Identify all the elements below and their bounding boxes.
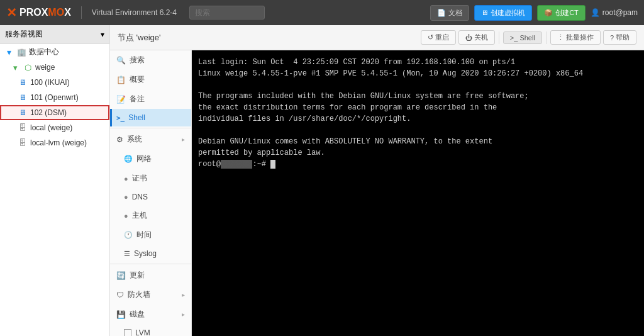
vm-100-icon: 🖥 [18, 77, 28, 87]
right-panel: 节点 'weige' ↺ 重启 ⏻ 关机 >_ Shell ⋮ [110, 25, 644, 336]
terminal-line-3 [198, 79, 638, 91]
terminal-area[interactable]: Last login: Sun Oct 4 23:25:09 CST 2020 … [192, 50, 644, 336]
nav-item-cert[interactable]: ● 证书 [110, 169, 191, 188]
node-header-title: 节点 'weige' [118, 32, 161, 43]
nav-notes-icon: 📝 [116, 95, 126, 104]
bulk-ops-icon: ⋮ [557, 33, 564, 42]
nav-summary-icon: 📋 [116, 76, 126, 84]
nav-lvm-icon [124, 329, 131, 336]
tree-item-node-weige[interactable]: ▾ ⬡ weige [0, 60, 109, 75]
logo-divider [81, 6, 82, 19]
terminal-line-2: Linux weige 5.4.55-1-pve #1 SMP PVE 5.4.… [198, 68, 638, 79]
nav-dns-icon: ● [124, 193, 128, 201]
node-header-bar: 节点 'weige' ↺ 重启 ⏻ 关机 >_ Shell ⋮ [110, 25, 644, 50]
nav-item-system[interactable]: ⚙ 系统 ▸ [110, 130, 191, 149]
action-divider-2 [546, 31, 547, 44]
tree-item-vm-101[interactable]: 🖥 101 (Openwrt) [0, 90, 109, 105]
terminal-line-4: The programs included with the Debian GN… [198, 91, 638, 102]
terminal-cursor [270, 160, 275, 169]
tree-container: ▾ 🏢 数据中心 ▾ ⬡ weige 🖥 100 (IKUAI) 🖥 101 (… [0, 44, 109, 336]
content-area: 🔍 搜索 📋 概要 📝 备注 >_ Shell ⚙ [110, 50, 644, 336]
terminal-line-prompt: root@░░░░░░░:~# [198, 159, 638, 170]
topbar-actions: 📄 文档 🖥 创建虚拟机 📦 创建CT 👤 root@pam [430, 5, 638, 21]
main-layout: 服务器视图 ▾ ▾ 🏢 数据中心 ▾ ⬡ weige 🖥 100 (IKUAI)… [0, 25, 644, 336]
nav-item-summary[interactable]: 📋 概要 [110, 70, 191, 89]
nav-item-dns[interactable]: ● DNS [110, 188, 191, 206]
nav-item-disk[interactable]: 💾 磁盘 ▸ [110, 305, 191, 324]
nav-divider-2 [110, 264, 191, 264]
nav-item-firewall[interactable]: 🛡 防火墙 ▸ [110, 285, 191, 305]
dc-folder-icon: 🏢 [16, 47, 26, 57]
create-vm-button[interactable]: 🖥 创建虚拟机 [474, 5, 532, 21]
terminal-line-6: individual files in /usr/share/doc/*/cop… [198, 113, 638, 125]
vm-102-label: 102 (DSM) [30, 108, 67, 117]
create-ct-icon: 📦 [544, 9, 553, 17]
docs-button[interactable]: 📄 文档 [430, 5, 469, 21]
nav-item-network[interactable]: 🌐 网络 [110, 149, 191, 169]
user-icon: 👤 [591, 8, 600, 17]
datacenter-icon: ▾ [4, 47, 14, 57]
shutdown-icon: ⏻ [465, 34, 472, 42]
nav-time-icon: 🕐 [124, 231, 133, 239]
nav-divider-1 [110, 128, 191, 128]
shutdown-button[interactable]: ⏻ 关机 [458, 30, 495, 45]
restart-icon: ↺ [428, 33, 433, 42]
terminal-line-7 [198, 125, 638, 136]
storage-lvm-icon: 🗄 [18, 138, 28, 148]
nav-item-shell[interactable]: >_ Shell [110, 109, 191, 126]
nav-item-notes[interactable]: 📝 备注 [110, 89, 191, 109]
nav-menu: 🔍 搜索 📋 概要 📝 备注 >_ Shell ⚙ [110, 50, 192, 336]
search-input[interactable] [189, 6, 265, 20]
action-divider [499, 31, 499, 44]
nav-disk-icon: 💾 [116, 310, 126, 319]
terminal-line-8: Debian GNU/Linux comes with ABSOLUTELY N… [198, 136, 638, 147]
create-vm-icon: 🖥 [481, 9, 488, 16]
nav-system-icon: ⚙ [116, 135, 123, 144]
terminal-line-1: Last login: Sun Oct 4 23:25:09 CST 2020 … [198, 57, 638, 68]
nav-item-syslog[interactable]: ☰ Syslog [110, 245, 191, 262]
system-expand-icon: ▸ [182, 136, 185, 143]
sidebar: 服务器视图 ▾ ▾ 🏢 数据中心 ▾ ⬡ weige 🖥 100 (IKUAI)… [0, 25, 110, 336]
nav-item-lvm[interactable]: LVM [110, 324, 191, 336]
terminal-line-9: permitted by applicable law. [198, 147, 638, 159]
nav-host-icon: ● [124, 212, 128, 220]
help-button[interactable]: ? 帮助 [603, 30, 636, 45]
node-action-buttons: ↺ 重启 ⏻ 关机 >_ Shell ⋮ 批量操作 ? [421, 30, 636, 45]
nav-network-icon: 🌐 [124, 155, 133, 163]
bulk-ops-button[interactable]: ⋮ 批量操作 [550, 30, 601, 45]
tree-item-vm-102[interactable]: 🖥 102 (DSM) [0, 105, 109, 120]
terminal-line-5: the exact distribution terms for each pr… [198, 102, 638, 113]
storage-local-icon: 🗄 [18, 123, 28, 133]
vm-101-icon: 🖥 [18, 92, 28, 103]
logo-text: PROXMOX [19, 7, 71, 18]
docs-icon: 📄 [437, 9, 446, 17]
vm-101-label: 101 (Openwrt) [30, 93, 79, 102]
sidebar-collapse-icon[interactable]: ▾ [101, 30, 104, 39]
tree-item-storage-lvm[interactable]: 🗄 local-lvm (weige) [0, 135, 109, 150]
create-ct-button[interactable]: 📦 创建CT [537, 5, 586, 21]
node-icon: ⬡ [23, 62, 33, 72]
sidebar-header: 服务器视图 ▾ [0, 25, 109, 44]
tree-item-storage-local[interactable]: 🗄 local (weige) [0, 120, 109, 135]
disk-expand-icon: ▸ [182, 311, 185, 318]
nav-cert-icon: ● [124, 175, 128, 182]
node-expand-icon: ▾ [10, 62, 20, 72]
shell-button[interactable]: >_ Shell [503, 31, 542, 44]
sidebar-header-label: 服务器视图 [5, 29, 43, 40]
datacenter-label: 数据中心 [29, 47, 59, 57]
nav-item-time[interactable]: 🕐 时间 [110, 225, 191, 245]
nav-item-update[interactable]: 🔄 更新 [110, 266, 191, 285]
nav-item-host[interactable]: ● 主机 [110, 206, 191, 225]
logo-x: ✕ [6, 5, 17, 20]
nav-update-icon: 🔄 [116, 271, 126, 280]
nav-search-icon: 🔍 [116, 56, 126, 65]
nav-item-search[interactable]: 🔍 搜索 [110, 50, 191, 70]
app-subtitle: Virtual Environment 6.2-4 [92, 8, 177, 17]
tree-item-vm-100[interactable]: 🖥 100 (IKUAI) [0, 75, 109, 90]
topbar: ✕ PROXMOX Virtual Environment 6.2-4 📄 文档… [0, 0, 644, 25]
user-info: 👤 root@pam [591, 8, 638, 17]
shell-btn-icon: >_ [510, 34, 518, 42]
vm-100-label: 100 (IKUAI) [30, 78, 70, 87]
restart-button[interactable]: ↺ 重启 [421, 30, 456, 45]
tree-item-datacenter[interactable]: ▾ 🏢 数据中心 [0, 44, 109, 60]
